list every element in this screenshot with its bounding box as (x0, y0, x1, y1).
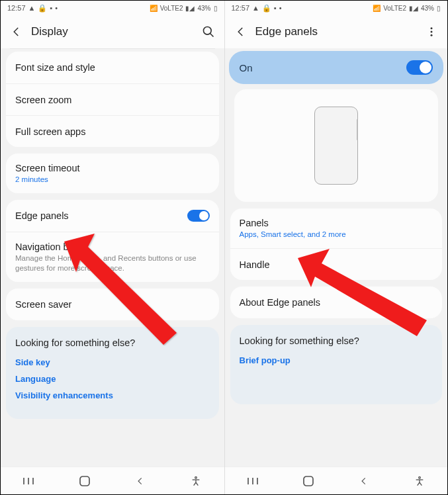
lock-icon: 🔒 (262, 4, 271, 13)
status-time: 12:57 (232, 4, 250, 12)
row-label: About Edge panels (240, 297, 433, 308)
card-edge-nav: Edge panels Navigation bar Manage the Ho… (6, 200, 219, 282)
looking-card: Looking for something else? Brief pop-up (230, 325, 443, 404)
row-screen-saver[interactable]: Screen saver (6, 289, 219, 320)
row-label: Font size and style (15, 62, 210, 73)
content: Font size and style Screen zoom Full scr… (1, 49, 224, 467)
signal-icon: ▮◢ (409, 5, 418, 12)
row-label: Screen zoom (15, 95, 210, 105)
row-about-edge-panels[interactable]: About Edge panels (230, 287, 443, 318)
row-sublabel: 2 minutes (15, 175, 210, 184)
page-title: Display (31, 25, 194, 38)
home-icon[interactable] (302, 474, 315, 488)
row-label: Screen timeout (15, 163, 210, 173)
svg-line-9 (194, 482, 196, 486)
volte-icon: VoLTE2 (160, 5, 183, 12)
back-icon[interactable] (10, 25, 23, 38)
accessibility-icon[interactable] (413, 474, 426, 488)
home-icon[interactable] (78, 474, 91, 488)
status-bar: 12:57 ▲ 🔒 ▪ • 📶 VoLTE2 ▮◢ 43% ▯ (1, 1, 224, 15)
row-label: Edge panels (15, 210, 187, 221)
row-font-size[interactable]: Font size and style (6, 52, 219, 83)
row-label: Screen saver (15, 299, 210, 310)
svg-line-1 (210, 34, 213, 37)
master-toggle-label: On (240, 62, 253, 73)
more-icon: • (55, 4, 58, 12)
edge-panels-toggle[interactable] (187, 210, 210, 222)
row-label: Panels (240, 218, 433, 228)
header: Edge panels (225, 15, 448, 48)
link-brief-popup[interactable]: Brief pop-up (240, 355, 433, 365)
row-edge-panels[interactable]: Edge panels (6, 200, 219, 232)
recents-icon[interactable] (22, 474, 35, 488)
master-toggle[interactable] (406, 60, 433, 75)
link-language[interactable]: Language (15, 374, 210, 384)
header: Display (1, 15, 224, 48)
svg-point-19 (419, 476, 421, 478)
device-illustration-icon (314, 107, 358, 185)
volte-icon: VoLTE2 (383, 5, 406, 12)
camera-icon: ▲ (252, 4, 259, 12)
wifi-icon: 📶 (150, 5, 157, 12)
looking-card: Looking for something else? Side key Lan… (6, 327, 219, 419)
row-navigation-bar[interactable]: Navigation bar Manage the Home, Back, an… (6, 232, 219, 282)
page-title: Edge panels (255, 25, 418, 38)
looking-title: Looking for something else? (240, 336, 433, 346)
svg-point-6 (195, 476, 197, 478)
svg-point-13 (431, 31, 433, 33)
battery-icon: ▯ (437, 5, 441, 12)
navigation-bar (1, 467, 224, 494)
row-handle[interactable]: Handle (230, 248, 443, 280)
link-visibility-enhancements[interactable]: Visibility enhancements (15, 390, 210, 400)
wifi-icon: 📶 (373, 5, 381, 12)
content: Panels Apps, Smart select, and 2 more Ha… (225, 89, 448, 467)
card-saver: Screen saver (6, 289, 219, 320)
nav-back-icon[interactable] (357, 474, 371, 488)
card-about: About Edge panels (230, 287, 443, 318)
lock-icon: 🔒 (38, 4, 47, 13)
master-toggle-row[interactable]: On (229, 51, 444, 84)
row-screen-timeout[interactable]: Screen timeout 2 minutes (6, 154, 219, 193)
search-icon[interactable] (202, 25, 215, 38)
phone-edge-panels-settings: 12:57 ▲ 🔒 ▪ • 📶 VoLTE2 ▮◢ 43% ▯ Edge pan… (224, 1, 448, 494)
row-full-screen-apps[interactable]: Full screen apps (6, 115, 219, 147)
svg-line-10 (196, 482, 198, 486)
row-label: Full screen apps (15, 126, 210, 137)
card-panels-handle: Panels Apps, Smart select, and 2 more Ha… (230, 208, 443, 280)
battery-text: 43% (197, 5, 210, 12)
battery-text: 43% (421, 5, 434, 12)
svg-point-14 (431, 34, 433, 36)
camera-icon: ▲ (28, 4, 36, 12)
signal-icon: ▮◢ (185, 5, 195, 12)
row-sublabel: Apps, Smart select, and 2 more (240, 230, 433, 239)
message-icon: ▪ (274, 4, 277, 12)
more-icon: • (279, 4, 282, 12)
svg-line-22 (418, 482, 420, 486)
back-icon[interactable] (234, 25, 247, 38)
navigation-bar (225, 467, 448, 494)
svg-point-12 (431, 27, 433, 29)
link-side-key[interactable]: Side key (15, 357, 210, 367)
status-time: 12:57 (7, 4, 26, 12)
svg-line-23 (420, 482, 422, 486)
card-timeout: Screen timeout 2 minutes (6, 154, 219, 193)
status-bar: 12:57 ▲ 🔒 ▪ • 📶 VoLTE2 ▮◢ 43% ▯ (225, 1, 448, 15)
message-icon: ▪ (50, 4, 52, 12)
row-label: Handle (240, 259, 433, 270)
more-options-icon[interactable] (425, 25, 438, 38)
nav-back-icon[interactable] (134, 474, 147, 488)
edge-panel-preview (234, 89, 439, 202)
svg-point-0 (203, 27, 211, 35)
looking-title: Looking for something else? (15, 338, 210, 348)
svg-rect-18 (304, 476, 313, 486)
recents-icon[interactable] (246, 474, 259, 488)
battery-icon: ▯ (214, 5, 218, 12)
accessibility-icon[interactable] (189, 474, 202, 488)
card-display-1: Font size and style Screen zoom Full scr… (6, 52, 219, 147)
row-label: Navigation bar (15, 242, 210, 252)
row-screen-zoom[interactable]: Screen zoom (6, 83, 219, 115)
phone-display-settings: 12:57 ▲ 🔒 ▪ • 📶 VoLTE2 ▮◢ 43% ▯ Display … (1, 1, 224, 494)
row-sublabel: Manage the Home, Back, and Recents butto… (15, 253, 210, 273)
svg-rect-5 (80, 476, 89, 486)
row-panels[interactable]: Panels Apps, Smart select, and 2 more (230, 208, 443, 248)
